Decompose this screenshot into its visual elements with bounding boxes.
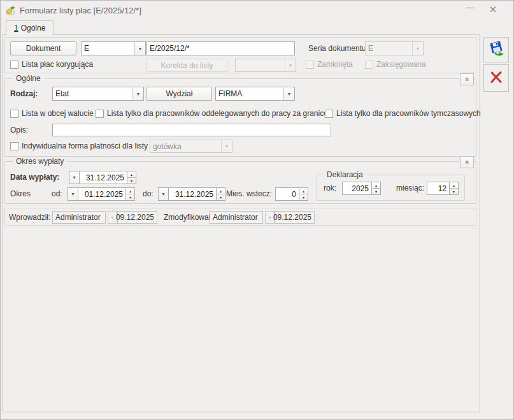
okres-collapse-button[interactable]: « [460, 156, 474, 168]
obca-waluta-label: Lista w obcej walucie [22, 109, 94, 118]
wprowadzil-user-field: Administrator [52, 211, 106, 224]
checkbox-box[interactable] [96, 110, 104, 118]
deklaracja-groupbox: Deklaracja rok: 2025 ▴▾ miesiąc: 12 ▴▾ [317, 175, 465, 201]
spin-up-icon[interactable]: ▴ [126, 188, 134, 194]
zmodyfikowal-date-value: 09.12.2025 [273, 213, 311, 222]
seria-combo: E ▾ [365, 41, 424, 55]
spin-up-icon[interactable]: ▴ [217, 188, 225, 194]
spin-up-icon[interactable]: ▴ [372, 182, 380, 189]
wydzial-button[interactable]: Wydział [146, 87, 212, 101]
spin-down-icon[interactable]: ▾ [450, 189, 458, 194]
opis-input[interactable] [52, 124, 331, 136]
spin-down-icon[interactable]: ▾ [372, 189, 380, 194]
data-wyplaty-picker[interactable]: ▾ 31.12.2025 ▴▾ [69, 171, 136, 184]
zaksiegowana-checkbox: Zaksięgowana [365, 60, 425, 69]
od-date-picker[interactable]: ▾ 01.12.2025 ▴▾ [68, 187, 135, 201]
do-label: do: [143, 189, 153, 198]
checkbox-box [306, 61, 314, 69]
do-date-picker[interactable]: ▾ 31.12.2025 ▴▾ [158, 187, 225, 201]
miesiac-input[interactable]: 12 [427, 182, 450, 195]
korygujaca-checkbox[interactable]: Lista płac korygująca [10, 60, 93, 69]
tab-number: 1 [14, 24, 18, 33]
mies-wstecz-input[interactable]: 0 [275, 187, 299, 201]
ogolne-groupbox: Ogólne « Rodzaj: Etat ▾ Wydział FIRMA ▾ … [4, 78, 476, 157]
spin-up-icon[interactable]: ▴ [299, 188, 308, 194]
zamknieta-label: Zamknięta [317, 60, 353, 69]
spin-down-icon[interactable]: ▾ [217, 194, 225, 200]
checkbox-box[interactable] [325, 110, 333, 118]
korekta-button: Korekta do listy [146, 59, 227, 72]
calendar-dropdown-icon[interactable]: ▾ [158, 187, 169, 201]
mies-wstecz-spinner[interactable]: ▴▾ [299, 187, 308, 201]
forma-platnosci-checkbox[interactable]: Indywidualna forma płatności dla listy p… [10, 141, 166, 150]
tab-ogolne[interactable]: 1 Ogólne [6, 20, 54, 35]
korygujaca-label: Lista płac korygująca [22, 60, 93, 69]
spin-down-icon[interactable]: ▾ [126, 194, 134, 200]
payroll-form-icon [5, 5, 16, 16]
save-button[interactable] [483, 37, 509, 62]
miesiac-spinner[interactable]: ▴▾ [449, 182, 459, 195]
chevron-down-icon[interactable]: ▾ [283, 87, 294, 100]
spin-up-icon[interactable]: ▴ [450, 182, 458, 189]
close-icon[interactable]: ✕ [487, 4, 499, 15]
tymczasowi-checkbox[interactable]: Lista tylko dla pracowników tymczasowych [325, 109, 481, 118]
do-date-spinner[interactable]: ▴▾ [216, 187, 225, 201]
zmodyfikowal-user-field: Administrator [210, 211, 263, 224]
deklaracja-legend: Deklaracja [324, 170, 366, 179]
rodzaj-combo[interactable]: Etat ▾ [52, 87, 144, 101]
rok-input[interactable]: 2025 [342, 182, 372, 195]
dokument-button-label: Dokument [26, 44, 61, 53]
rok-spinner[interactable]: ▴▾ [371, 182, 381, 195]
rok-stepper[interactable]: 2025 ▴▾ [342, 182, 381, 195]
dokument-button[interactable]: Dokument [10, 41, 76, 55]
data-wyplaty-label: Data wypłaty: [10, 173, 59, 182]
collapse-icon: « [464, 160, 471, 164]
zamknieta-checkbox: Zamknięta [306, 60, 353, 69]
checkbox-box [365, 61, 373, 69]
korekta-button-label: Korekta do listy [161, 61, 213, 70]
mies-wstecz-label: Mies. wstecz: [226, 189, 272, 198]
okres-label: Okres [10, 189, 31, 198]
chevron-down-icon[interactable]: ▾ [132, 87, 143, 100]
rodzaj-combo-value: Etat [53, 87, 132, 100]
calendar-dropdown-icon[interactable]: ▾ [68, 187, 78, 201]
korekta-combo: ▾ [235, 59, 296, 72]
miesiac-stepper[interactable]: 12 ▴▾ [427, 182, 459, 195]
data-wyplaty-spinner[interactable]: ▴▾ [127, 171, 136, 184]
header-panel: Dokument E ▾ E/2025/12/* Seria dokumentu… [4, 37, 476, 73]
chevron-down-icon[interactable]: ▾ [134, 42, 145, 55]
obca-waluta-checkbox[interactable]: Lista w obcej walucie [10, 109, 94, 118]
wydzial-combo[interactable]: FIRMA ▾ [215, 87, 295, 101]
tymczasowi-label: Lista tylko dla pracowników tymczasowych [336, 109, 481, 118]
forma-platnosci-combo: gotówka ▾ [150, 140, 232, 153]
spin-down-icon[interactable]: ▾ [299, 194, 308, 200]
cancel-icon [489, 69, 504, 87]
zmodyfikowal-label: Zmodyfikował: [164, 213, 213, 222]
symbol-combo[interactable]: E ▾ [81, 41, 146, 55]
wprowadzil-label: Wprowadził: [9, 213, 50, 222]
mies-wstecz-stepper[interactable]: 0 ▴▾ [275, 187, 308, 201]
spin-down-icon[interactable]: ▾ [127, 178, 136, 184]
calendar-dropdown-icon[interactable]: ▾ [69, 171, 80, 184]
checkbox-box[interactable] [10, 142, 18, 150]
numer-input[interactable]: E/2025/12/* [146, 41, 295, 55]
od-label: od: [52, 189, 62, 198]
data-wyplaty-input[interactable]: 31.12.2025 [79, 171, 127, 184]
od-date-input[interactable]: 01.12.2025 [78, 187, 126, 201]
numer-value: E/2025/12/* [150, 44, 190, 53]
minimize-icon[interactable]: — [464, 2, 476, 12]
ogolne-legend: Ogólne [13, 74, 44, 83]
cancel-button[interactable] [483, 64, 509, 92]
checkbox-box[interactable] [10, 61, 18, 69]
chevron-down-icon: ▾ [221, 140, 232, 152]
oddelegowani-checkbox[interactable]: Lista tylko dla pracowników oddelegowany… [96, 109, 328, 118]
okres-groupbox: Okres wypłaty « Data wypłaty: ▾ 31.12.20… [4, 161, 476, 204]
okres-legend: Okres wypłaty [13, 157, 67, 166]
do-date-input[interactable]: 31.12.2025 [168, 187, 217, 201]
od-date-spinner[interactable]: ▴▾ [125, 187, 135, 201]
ogolne-collapse-button[interactable]: « [460, 73, 474, 85]
seria-combo-value: E [366, 42, 412, 55]
spin-up-icon[interactable]: ▴ [127, 171, 136, 178]
wprowadzil-date-value: 09.12.2025 [116, 213, 154, 222]
checkbox-box[interactable] [10, 110, 18, 118]
